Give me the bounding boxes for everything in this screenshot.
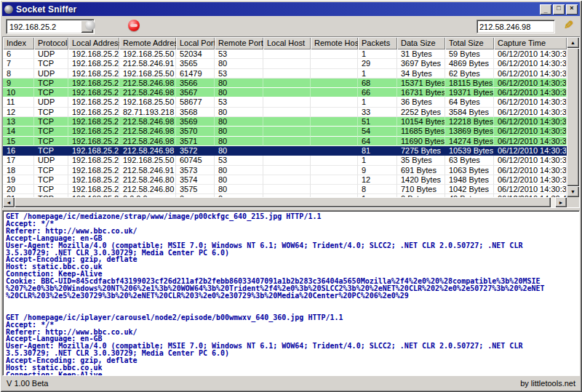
cell-index: 14 xyxy=(3,127,34,136)
packet-detail-pane[interactable]: GET /homepage/ic/mediazone/strap/www/ima… xyxy=(2,210,580,376)
cell-local-address: 192.168.25.2 xyxy=(68,97,119,107)
scroll-up-button[interactable]: ▲ xyxy=(567,37,579,48)
cell-index: 15 xyxy=(3,137,34,146)
vertical-scrollbar-thumb[interactable] xyxy=(567,48,579,186)
cell-local-port: 3569 xyxy=(176,117,215,127)
detail-line: Accept: */* xyxy=(6,321,576,329)
minimize-icon: _ xyxy=(543,7,547,14)
cell-remote-port: 53 xyxy=(215,69,263,79)
column-header-local-host[interactable]: Local Host xyxy=(263,37,311,49)
cell-remote-port: 80 xyxy=(215,88,263,97)
table-row[interactable]: 17UDP192.168.25.2192.168.25.506074553135… xyxy=(3,156,567,165)
table-row[interactable]: 18TCP192.168.25.2212.58.246.913573809691… xyxy=(3,166,567,175)
table-row[interactable]: 14TCP192.168.25.2212.58.246.983570805411… xyxy=(3,127,567,136)
stop-capture-button[interactable] xyxy=(128,20,140,31)
cell-remote-port: 80 xyxy=(215,146,263,156)
cell-local-address: 192.168.25.2 xyxy=(68,156,119,165)
start-capture-button[interactable] xyxy=(85,20,95,31)
close-button[interactable]: × xyxy=(566,4,578,15)
cell-total-size: 14274 Bytes xyxy=(445,137,494,146)
table-row[interactable]: 20TCP192.168.25.2212.58.246.803575808710… xyxy=(3,185,567,194)
column-header-remote-address[interactable]: Remote Address xyxy=(119,37,176,49)
cell-index: 18 xyxy=(3,166,34,175)
cell-packets: 1 xyxy=(358,156,397,165)
cell-local-port: 3567 xyxy=(176,88,215,97)
cell-remote-address: 212.58.246.98 xyxy=(119,137,176,146)
detail-line xyxy=(6,300,576,307)
cell-local-port: 3575 xyxy=(176,185,215,194)
adapter-combobox[interactable]: 192.168.25.2 ▼ xyxy=(6,19,95,34)
cell-packets: 81 xyxy=(358,146,397,156)
horizontal-scrollbar-thumb[interactable] xyxy=(15,197,551,207)
cell-total-size: 3584 Bytes xyxy=(445,108,494,117)
column-header-remote-port[interactable]: Remote Port xyxy=(215,37,263,49)
cell-remote-port: 80 xyxy=(215,117,263,127)
minimize-button[interactable]: _ xyxy=(540,4,551,15)
cell-capture-time: 06/12/2010 14:30:38 xyxy=(494,88,567,97)
cell-local-host xyxy=(263,137,311,146)
cell-data-size: 34 Bytes xyxy=(397,69,445,79)
table-row[interactable]: 15TCP192.168.25.2212.58.246.983571806411… xyxy=(3,137,567,146)
cell-packets: 12 xyxy=(358,175,397,185)
cell-remote-host xyxy=(311,97,358,107)
horizontal-scrollbar[interactable]: ◄ ► xyxy=(3,197,567,207)
column-header-data-size[interactable]: Data Size xyxy=(397,37,445,49)
cell-local-host xyxy=(263,117,311,127)
scroll-right-button[interactable]: ► xyxy=(555,197,567,207)
cell-total-size: 63 Bytes xyxy=(445,156,494,165)
cell-packets: 1 xyxy=(358,49,397,59)
table-row[interactable]: 16TCP192.168.25.2212.58.246.983572808172… xyxy=(3,146,567,156)
table-row[interactable]: 13TCP192.168.25.2212.58.246.983569805110… xyxy=(3,117,567,127)
column-header-packets[interactable]: Packets xyxy=(358,37,397,49)
scroll-left-button[interactable]: ◄ xyxy=(3,197,15,207)
credit-label: by littletools.net xyxy=(520,379,575,388)
scroll-down-button[interactable]: ▼ xyxy=(567,186,579,197)
cell-remote-port: 80 xyxy=(215,59,263,68)
table-row[interactable]: 11UDP192.168.25.2192.168.25.505867753136… xyxy=(3,97,567,107)
maximize-button[interactable]: □ xyxy=(553,4,565,15)
remote-address-filter-input[interactable] xyxy=(477,20,555,33)
cell-protocol: UDP xyxy=(34,69,68,79)
table-row[interactable]: 19TCP192.168.25.2212.58.246.803574801214… xyxy=(3,175,567,185)
cell-local-host xyxy=(263,127,311,136)
cell-index: 17 xyxy=(3,156,34,165)
app-globe-icon xyxy=(4,5,13,14)
cell-local-host xyxy=(263,88,311,97)
scroll-down-icon: ▼ xyxy=(570,189,575,194)
table-row[interactable]: 8UDP192.168.25.2192.168.25.506147953134 … xyxy=(3,69,567,79)
cell-capture-time: 06/12/2010 14:30:38 xyxy=(494,79,567,88)
cell-total-size: 12218 Bytes xyxy=(445,117,494,127)
cell-protocol: TCP xyxy=(34,146,68,156)
scroll-up-icon: ▲ xyxy=(570,40,575,45)
column-header-local-address[interactable]: Local Address xyxy=(68,37,119,49)
vertical-scrollbar[interactable]: ▲ ▼ xyxy=(567,37,579,197)
cell-data-size: 3697 Bytes xyxy=(397,59,445,68)
cell-local-port: 61479 xyxy=(176,69,215,79)
cell-remote-port: 80 xyxy=(215,137,263,146)
table-row[interactable]: 7TCP192.168.25.2212.58.246.9135658029369… xyxy=(3,59,567,68)
column-header-local-port[interactable]: Local Port xyxy=(176,37,215,49)
pencil-icon[interactable]: ✎ xyxy=(564,20,573,31)
cell-remote-port: 80 xyxy=(215,175,263,185)
cell-index: 6 xyxy=(3,49,34,59)
cell-packets: 51 xyxy=(358,117,397,127)
table-row[interactable]: 9TCP192.168.25.2212.58.246.9835668068153… xyxy=(3,79,567,88)
cell-total-size: 1063 Bytes xyxy=(445,166,494,175)
cell-packets: 64 xyxy=(358,137,397,146)
table-row[interactable]: 6UDP192.168.25.2192.168.25.505203453131 … xyxy=(3,49,567,59)
column-header-total-size[interactable]: Total Size xyxy=(445,37,494,49)
titlebar[interactable]: Socket Sniffer _ □ × xyxy=(2,2,580,16)
column-header-remote-host[interactable]: Remote Host xyxy=(311,37,358,49)
cell-capture-time: 06/12/2010 14:30:39 xyxy=(494,97,567,107)
column-header-index[interactable]: Index xyxy=(3,37,34,49)
cell-packets: 1 xyxy=(358,97,397,107)
detail-line: %20CLR%203%2e5%2e30729%3b%20%2eNET%20CLR… xyxy=(6,292,576,300)
table-row[interactable]: 10TCP192.168.25.2212.58.246.983567806616… xyxy=(3,88,567,97)
cell-remote-address: 212.58.246.98 xyxy=(119,117,176,127)
cell-remote-host xyxy=(311,146,358,156)
cell-remote-address: 212.58.246.80 xyxy=(119,185,176,194)
cell-protocol: TCP xyxy=(34,127,68,136)
column-header-protocol[interactable]: Protocol xyxy=(34,37,68,49)
column-header-capture-time[interactable]: Capture Time xyxy=(494,37,567,49)
table-row[interactable]: 12TCP192.168.25.282.71.193.2183568803322… xyxy=(3,108,567,117)
